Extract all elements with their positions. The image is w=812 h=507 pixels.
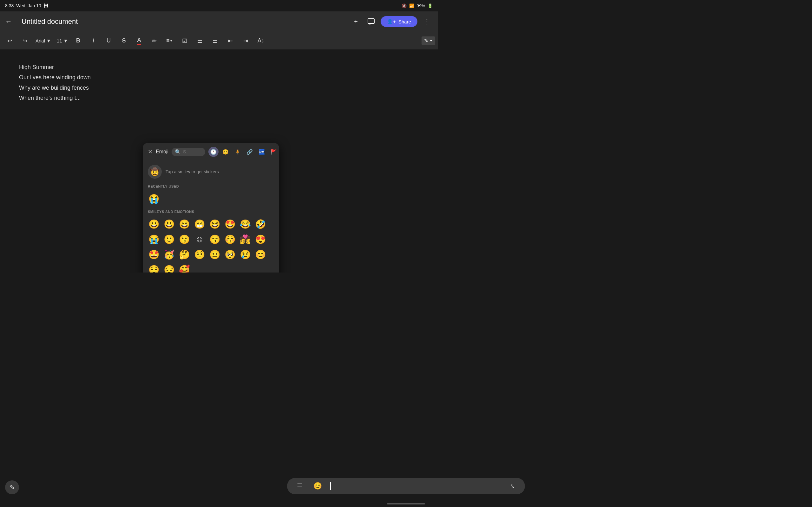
emoji-smiley-10[interactable]: 🙂: [162, 232, 176, 246]
status-time: 8:38: [5, 3, 14, 8]
undo-button[interactable]: ↩: [3, 34, 16, 48]
doc-line-4-text: When there's nothing t...: [19, 95, 81, 101]
recently-used-grid: 😭: [143, 189, 279, 208]
emoji-smiley-7[interactable]: 😂: [238, 217, 252, 231]
share-icon: 👤+: [387, 19, 396, 24]
emoji-smiley-12[interactable]: ☺: [192, 232, 207, 246]
emoji-smiley-23[interactable]: 😢: [238, 247, 252, 262]
category-people-tab[interactable]: 🧍: [233, 147, 243, 157]
decrease-indent-button[interactable]: ⇤: [223, 34, 237, 48]
doc-line-3: Why are we building fences: [19, 83, 419, 93]
pencil-dropdown-icon: ▼: [429, 39, 433, 43]
checklist-button[interactable]: ☑: [177, 34, 192, 48]
comment-button[interactable]: [365, 16, 377, 27]
share-label: Share: [398, 19, 411, 24]
italic-button[interactable]: I: [86, 34, 100, 48]
align-icon: ≡: [166, 38, 170, 44]
status-battery: 39%: [417, 3, 425, 8]
align-dropdown-icon: ▼: [170, 39, 173, 43]
emoji-smiley-8[interactable]: 🤣: [253, 217, 268, 231]
svg-rect-0: [368, 19, 374, 23]
search-icon: 🔍: [175, 149, 181, 155]
emoji-recent-1[interactable]: 😭: [147, 191, 161, 206]
doc-line-4: When there's nothing t...: [19, 93, 419, 103]
header-actions: + 👤+ Share ⋮: [350, 16, 433, 27]
emoji-smiley-15[interactable]: 💏: [238, 232, 252, 246]
emoji-close-button[interactable]: ✕: [148, 147, 153, 157]
emoji-smiley-14[interactable]: 😚: [223, 232, 237, 246]
underline-button[interactable]: U: [101, 34, 115, 48]
emoji-smiley-18[interactable]: 🥳: [162, 247, 176, 262]
emoji-smiley-20[interactable]: 🤨: [192, 247, 207, 262]
emoji-smiley-2[interactable]: 😃: [162, 217, 176, 231]
status-bar: 8:38 Wed, Jan 10 🖼 🔇 📶 39% 🔋: [0, 0, 438, 11]
emoji-smiley-21[interactable]: 😐: [207, 247, 222, 262]
sticker-icon: 🤠: [148, 165, 162, 179]
emoji-smiley-6[interactable]: 🤩: [223, 217, 237, 231]
document-title: Untitled document: [21, 17, 345, 26]
emoji-smiley-25[interactable]: 😌: [147, 262, 161, 273]
emoji-smiley-19[interactable]: 🤔: [177, 247, 192, 262]
font-selector[interactable]: Arial ▼: [33, 37, 54, 45]
share-button[interactable]: 👤+ Share: [380, 16, 417, 27]
emoji-smiley-17[interactable]: 🤩: [147, 247, 161, 262]
status-screenshot: 🖼: [44, 3, 48, 8]
emoji-smiley-27[interactable]: 🥰: [177, 262, 192, 273]
document-content: High Summer Our lives here winding down …: [0, 49, 438, 145]
font-dropdown-icon: ▼: [46, 38, 51, 43]
emoji-smiley-16[interactable]: 😍: [253, 232, 268, 246]
category-objects-tab[interactable]: 🔗: [245, 147, 255, 157]
category-flags-tab[interactable]: 🚩: [269, 147, 279, 157]
smileys-label: SMILEYS AND EMOTIONS: [143, 208, 279, 215]
emoji-smiley-26[interactable]: 😔: [162, 262, 176, 273]
font-size-dropdown-icon: ▼: [63, 38, 68, 43]
pencil-icon: ✎: [424, 38, 428, 44]
strikethrough-button[interactable]: S: [117, 34, 131, 48]
font-name: Arial: [36, 38, 45, 43]
increase-indent-button[interactable]: ⇥: [239, 34, 252, 48]
font-color-button[interactable]: A: [132, 34, 146, 48]
doc-line-2: Our lives here winding down: [19, 72, 419, 82]
emoji-smiley-5[interactable]: 😆: [207, 217, 222, 231]
category-recent-tab[interactable]: 🕐: [208, 147, 218, 157]
font-size-selector[interactable]: 11 ▼: [55, 37, 70, 45]
toolbar: ↩ ↪ Arial ▼ 11 ▼ B I U S A ✏ ≡ ▼ ☑ ☰ ☰ ⇤…: [0, 32, 438, 49]
emoji-smiley-3[interactable]: 😄: [177, 217, 192, 231]
emoji-smiley-9[interactable]: 😭: [147, 232, 161, 246]
sticker-hint-text: Tap a smiley to get stickers: [165, 169, 219, 174]
numbered-list-button[interactable]: ☰: [208, 34, 222, 48]
emoji-search-input[interactable]: [183, 149, 202, 154]
status-wifi-icon: 📶: [409, 3, 414, 8]
emoji-smiley-24[interactable]: 😊: [253, 247, 268, 262]
status-battery-icon: 🔋: [427, 3, 433, 8]
emoji-smiley-22[interactable]: 🥺: [223, 247, 237, 262]
smileys-grid: 😀 😃 😄 😁 😆 🤩 😂 🤣 😭 🙂 😗 ☺ 😙 😚 💏 😍 🤩 🥳 🤔 🤨 …: [143, 215, 279, 273]
emoji-smiley-4[interactable]: 😁: [192, 217, 207, 231]
emoji-panel-title: Emoji: [156, 149, 168, 155]
redo-button[interactable]: ↪: [18, 34, 32, 48]
highlight-button[interactable]: ✏: [147, 34, 161, 48]
more-options-button[interactable]: ⋮: [421, 16, 433, 27]
font-color-label: A: [137, 37, 141, 45]
align-button[interactable]: ≡ ▼: [162, 34, 176, 48]
back-button[interactable]: ←: [5, 17, 16, 26]
pencil-mode-button[interactable]: ✎ ▼: [421, 37, 435, 45]
emoji-smiley-13[interactable]: 😙: [207, 232, 222, 246]
emoji-smiley-11[interactable]: 😗: [177, 232, 192, 246]
emoji-smiley-1[interactable]: 😀: [147, 217, 161, 231]
status-day: Wed, Jan 10: [16, 3, 41, 8]
recently-used-label: RECENTLY USED: [143, 182, 279, 189]
category-symbols-tab[interactable]: 🏧: [257, 147, 267, 157]
bullet-list-button[interactable]: ☰: [193, 34, 207, 48]
font-size-value: 11: [57, 38, 62, 43]
add-button[interactable]: +: [350, 16, 362, 27]
app-header: ← Untitled document + 👤+ Share ⋮: [0, 11, 438, 32]
category-smileys-tab[interactable]: 😊: [220, 147, 231, 157]
emoji-search[interactable]: 🔍: [171, 148, 205, 156]
doc-line-1: High Summer: [19, 62, 419, 72]
sticker-hint: 🤠 Tap a smiley to get stickers: [143, 161, 279, 182]
status-mute-icon: 🔇: [402, 3, 407, 8]
emoji-panel: ✕ Emoji 🔍 🕐 😊 🧍 🔗 🏧 🚩 🤠 Tap a smiley to …: [143, 143, 279, 273]
text-style-button[interactable]: A↕: [254, 34, 268, 48]
bold-button[interactable]: B: [71, 34, 85, 48]
